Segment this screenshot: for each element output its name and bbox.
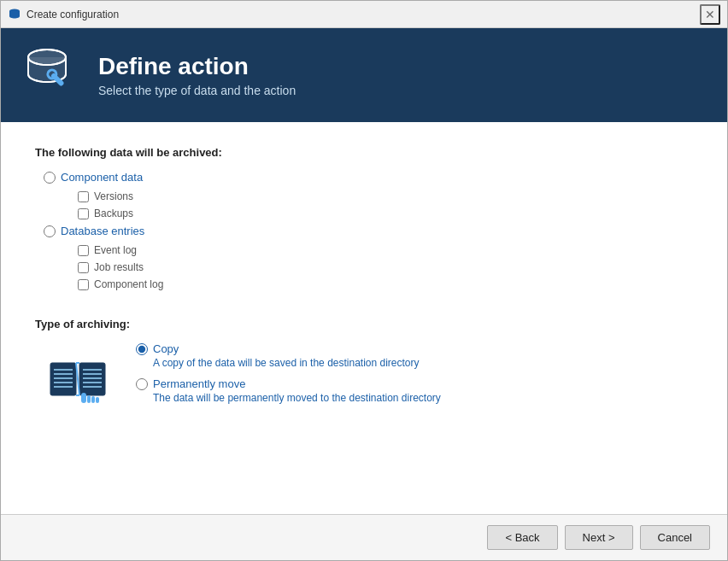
archiving-radio-group: Copy A copy of the data will be saved in… xyxy=(136,342,693,412)
svg-rect-22 xyxy=(96,397,99,403)
next-button[interactable]: Next > xyxy=(565,525,633,550)
back-button[interactable]: < Back xyxy=(487,525,557,550)
versions-checkbox-item[interactable]: Versions xyxy=(78,190,693,202)
component-log-checkbox[interactable] xyxy=(78,279,89,290)
header-text: Define action Select the type of data an… xyxy=(98,53,296,97)
archiving-section-label: Type of archiving: xyxy=(35,318,693,330)
versions-label[interactable]: Versions xyxy=(94,190,133,202)
svg-rect-20 xyxy=(87,395,91,403)
archiving-section: Type of archiving: xyxy=(35,318,693,414)
backups-checkbox-item[interactable]: Backups xyxy=(78,207,693,219)
title-bar: Create configuration ✕ xyxy=(1,1,727,28)
permanently-move-description: The data will be permanently moved to th… xyxy=(153,392,693,404)
page-subtitle: Select the type of data and the action xyxy=(98,84,296,97)
event-log-label[interactable]: Event log xyxy=(94,244,137,256)
svg-rect-21 xyxy=(91,396,95,403)
database-entries-label[interactable]: Database entries xyxy=(61,225,144,237)
component-data-subitems: Versions Backups xyxy=(78,190,693,219)
header-section: Define action Select the type of data an… xyxy=(1,28,727,122)
job-results-checkbox-item[interactable]: Job results xyxy=(78,261,693,273)
archiving-options: Copy A copy of the data will be saved in… xyxy=(44,342,693,414)
component-data-radio[interactable] xyxy=(44,172,56,184)
component-data-radio-item[interactable]: Component data xyxy=(44,171,693,184)
database-entries-radio[interactable] xyxy=(44,225,56,237)
title-bar-left: Create configuration xyxy=(8,8,119,21)
copy-description: A copy of the data will be saved in the … xyxy=(153,357,693,369)
event-log-checkbox-item[interactable]: Event log xyxy=(78,244,693,256)
backups-checkbox[interactable] xyxy=(78,208,89,219)
job-results-checkbox[interactable] xyxy=(78,262,89,273)
svg-rect-19 xyxy=(81,393,86,403)
header-icon xyxy=(21,45,81,105)
copy-radio-top[interactable]: Copy xyxy=(136,342,693,355)
cancel-button[interactable]: Cancel xyxy=(640,525,710,550)
archiving-icon xyxy=(44,346,112,414)
footer: < Back Next > Cancel xyxy=(1,514,727,560)
window-title: Create configuration xyxy=(26,9,119,20)
data-section-label: The following data will be archived: xyxy=(35,146,693,159)
job-results-label[interactable]: Job results xyxy=(94,261,144,273)
content-area: The following data will be archived: Com… xyxy=(1,122,727,514)
component-log-label[interactable]: Component log xyxy=(94,278,163,290)
window-icon xyxy=(8,8,21,21)
database-entries-subitems: Event log Job results Component log xyxy=(78,244,693,290)
page-title: Define action xyxy=(98,53,296,80)
data-section: The following data will be archived: Com… xyxy=(35,146,693,290)
event-log-checkbox[interactable] xyxy=(78,245,89,256)
component-log-checkbox-item[interactable]: Component log xyxy=(78,278,693,290)
permanently-move-radio-top[interactable]: Permanently move xyxy=(136,377,693,390)
permanently-move-radio[interactable] xyxy=(136,378,148,390)
backups-label[interactable]: Backups xyxy=(94,207,133,219)
copy-radio[interactable] xyxy=(136,343,148,355)
component-data-label[interactable]: Component data xyxy=(61,171,143,184)
data-radio-group: Component data Versions Backups Databas xyxy=(44,171,693,290)
versions-checkbox[interactable] xyxy=(78,191,89,202)
close-button[interactable]: ✕ xyxy=(700,4,720,25)
permanently-move-label[interactable]: Permanently move xyxy=(153,377,245,390)
permanently-move-radio-item: Permanently move The data will be perman… xyxy=(136,377,693,404)
database-entries-radio-item[interactable]: Database entries xyxy=(44,225,693,237)
copy-radio-item: Copy A copy of the data will be saved in… xyxy=(136,342,693,369)
copy-label[interactable]: Copy xyxy=(153,342,179,355)
main-window: Create configuration ✕ Define action Sel… xyxy=(0,0,728,561)
